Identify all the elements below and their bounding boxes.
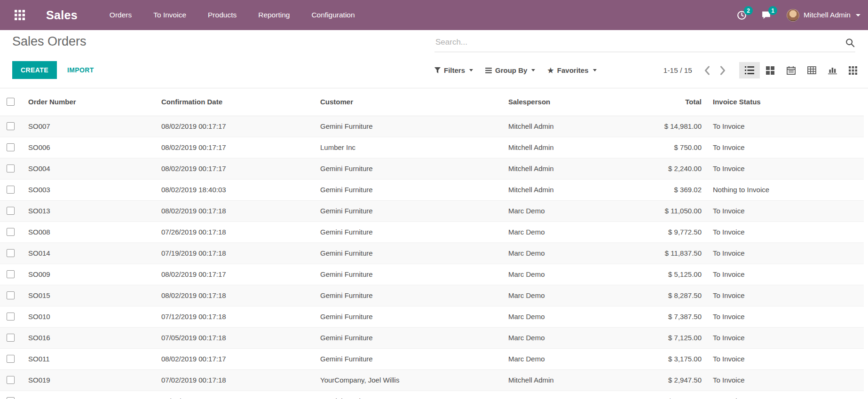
pivot-view-button[interactable] — [801, 62, 822, 78]
favorites-dropdown[interactable]: ★ Favorites — [547, 66, 596, 74]
cell-invoice-status[interactable]: To Invoice — [707, 116, 864, 137]
pager-previous-button[interactable] — [699, 63, 715, 78]
filters-dropdown[interactable]: Filters — [434, 66, 473, 74]
cell-order-number[interactable]: SO009 — [23, 264, 156, 285]
table-row[interactable]: SO00308/02/2019 18:40:03Gemini Furniture… — [0, 179, 864, 200]
cell-invoice-status[interactable]: To Invoice — [707, 285, 864, 306]
row-checkbox[interactable] — [7, 143, 15, 151]
pager-next-button[interactable] — [715, 63, 731, 78]
cell-confirmation-date[interactable]: 07/02/2019 00:17:18 — [156, 369, 315, 391]
cell-invoice-status[interactable]: To Invoice — [707, 369, 864, 391]
table-row[interactable]: SO01704/30/2019 00:17:18Gemini Furniture… — [0, 391, 864, 399]
menu-item-orders[interactable]: Orders — [109, 8, 133, 22]
cell-invoice-status[interactable]: To Invoice — [707, 243, 864, 264]
row-checkbox[interactable] — [7, 355, 15, 363]
column-header-customer[interactable]: Customer — [315, 88, 503, 116]
cell-salesperson[interactable]: Marc Demo — [503, 200, 597, 221]
menu-item-reporting[interactable]: Reporting — [257, 8, 291, 22]
cell-total[interactable]: $ 369.02 — [597, 179, 707, 200]
cell-total[interactable]: $ 11,050.00 — [597, 200, 707, 221]
cell-salesperson[interactable]: Marc Demo — [503, 285, 597, 306]
cell-salesperson[interactable]: Mitchell Admin — [503, 137, 597, 158]
cell-customer[interactable]: Gemini Furniture — [315, 264, 503, 285]
cell-customer[interactable]: Gemini Furniture — [315, 243, 503, 264]
menu-item-to-invoice[interactable]: To Invoice — [152, 8, 187, 22]
cell-order-number[interactable]: SO014 — [23, 243, 156, 264]
row-checkbox[interactable] — [7, 207, 15, 215]
row-checkbox[interactable] — [7, 397, 15, 399]
table-row[interactable]: SO01007/12/2019 00:17:18Gemini Furniture… — [0, 306, 864, 327]
cell-invoice-status[interactable]: To Invoice — [707, 221, 864, 243]
calendar-view-button[interactable] — [781, 62, 801, 78]
cell-customer[interactable]: Gemini Furniture — [315, 348, 503, 369]
cell-total[interactable]: $ 5,095.00 — [597, 391, 707, 399]
cell-customer[interactable]: Gemini Furniture — [315, 158, 503, 179]
group-by-dropdown[interactable]: Group By — [485, 66, 535, 74]
cell-order-number[interactable]: SO007 — [23, 116, 156, 137]
cell-confirmation-date[interactable]: 08/02/2019 00:17:17 — [156, 137, 315, 158]
activity-view-button[interactable] — [843, 62, 863, 78]
cell-confirmation-date[interactable]: 07/12/2019 00:17:18 — [156, 306, 315, 327]
cell-customer[interactable]: Lumber Inc — [315, 137, 503, 158]
row-checkbox[interactable] — [7, 186, 15, 194]
table-row[interactable]: SO01308/02/2019 00:17:18Gemini Furniture… — [0, 200, 864, 221]
cell-total[interactable]: $ 8,287.50 — [597, 285, 707, 306]
cell-order-number[interactable]: SO015 — [23, 285, 156, 306]
cell-total[interactable]: $ 3,175.00 — [597, 348, 707, 369]
cell-total[interactable]: $ 11,837.50 — [597, 243, 707, 264]
cell-total[interactable]: $ 2,240.00 — [597, 158, 707, 179]
cell-salesperson[interactable]: Mitchell Admin — [503, 369, 597, 391]
graph-view-button[interactable] — [822, 62, 843, 78]
kanban-view-button[interactable] — [760, 62, 781, 78]
table-row[interactable]: SO00807/26/2019 00:17:18Gemini Furniture… — [0, 221, 864, 243]
cell-salesperson[interactable]: Marc Demo — [503, 243, 597, 264]
column-header-salesperson[interactable]: Salesperson — [503, 88, 597, 116]
search-input[interactable] — [434, 35, 855, 52]
create-button[interactable]: CREATE — [12, 61, 57, 79]
cell-order-number[interactable]: SO010 — [23, 306, 156, 327]
cell-customer[interactable]: YourCompany, Joel Willis — [315, 369, 503, 391]
cell-customer[interactable]: Gemini Furniture — [315, 391, 503, 399]
cell-salesperson[interactable]: Mitchell Admin — [503, 158, 597, 179]
cell-salesperson[interactable]: Marc Demo — [503, 327, 597, 348]
cell-confirmation-date[interactable]: 08/02/2019 00:17:17 — [156, 348, 315, 369]
column-header-total[interactable]: Total — [597, 88, 707, 116]
table-row[interactable]: SO00708/02/2019 00:17:17Gemini Furniture… — [0, 116, 864, 137]
table-row[interactable]: SO00908/02/2019 00:17:17Gemini Furniture… — [0, 264, 864, 285]
cell-confirmation-date[interactable]: 08/02/2019 00:17:17 — [156, 116, 315, 137]
table-row[interactable]: SO01508/02/2019 00:17:18Gemini Furniture… — [0, 285, 864, 306]
cell-order-number[interactable]: SO006 — [23, 137, 156, 158]
cell-order-number[interactable]: SO019 — [23, 369, 156, 391]
row-checkbox[interactable] — [7, 249, 15, 257]
column-header-confirmation-date[interactable]: Confirmation Date — [156, 88, 315, 116]
cell-invoice-status[interactable]: To Invoice — [707, 264, 864, 285]
cell-salesperson[interactable]: Marc Demo — [503, 391, 597, 399]
cell-confirmation-date[interactable]: 07/19/2019 00:17:18 — [156, 243, 315, 264]
cell-total[interactable]: $ 7,387.50 — [597, 306, 707, 327]
cell-invoice-status[interactable]: To Invoice — [707, 200, 864, 221]
cell-invoice-status[interactable]: To Invoice — [707, 137, 864, 158]
cell-customer[interactable]: Gemini Furniture — [315, 179, 503, 200]
cell-order-number[interactable]: SO017 — [23, 391, 156, 399]
menu-item-configuration[interactable]: Configuration — [310, 8, 355, 22]
cell-salesperson[interactable]: Mitchell Admin — [503, 116, 597, 137]
row-checkbox[interactable] — [7, 334, 15, 342]
cell-order-number[interactable]: SO008 — [23, 221, 156, 243]
table-row[interactable]: SO00608/02/2019 00:17:17Lumber IncMitche… — [0, 137, 864, 158]
cell-customer[interactable]: Gemini Furniture — [315, 221, 503, 243]
table-row[interactable]: SO01108/02/2019 00:17:17Gemini Furniture… — [0, 348, 864, 369]
activities-button[interactable]: 2 — [731, 6, 752, 24]
column-header-invoice-status[interactable]: Invoice Status — [707, 88, 864, 116]
select-all-checkbox[interactable] — [7, 98, 15, 106]
row-checkbox[interactable] — [7, 291, 15, 299]
cell-invoice-status[interactable]: Nothing to Invoice — [707, 179, 864, 200]
table-row[interactable]: SO01607/05/2019 00:17:18Gemini Furniture… — [0, 327, 864, 348]
app-brand-title[interactable]: Sales — [46, 8, 78, 22]
cell-customer[interactable]: Gemini Furniture — [315, 285, 503, 306]
table-row[interactable]: SO00408/02/2019 00:17:17Gemini Furniture… — [0, 158, 864, 179]
row-checkbox[interactable] — [7, 164, 15, 172]
cell-invoice-status[interactable]: To Invoice — [707, 391, 864, 399]
cell-total[interactable]: $ 5,125.00 — [597, 264, 707, 285]
cell-total[interactable]: $ 14,981.00 — [597, 116, 707, 137]
table-row[interactable]: SO01407/19/2019 00:17:18Gemini Furniture… — [0, 243, 864, 264]
